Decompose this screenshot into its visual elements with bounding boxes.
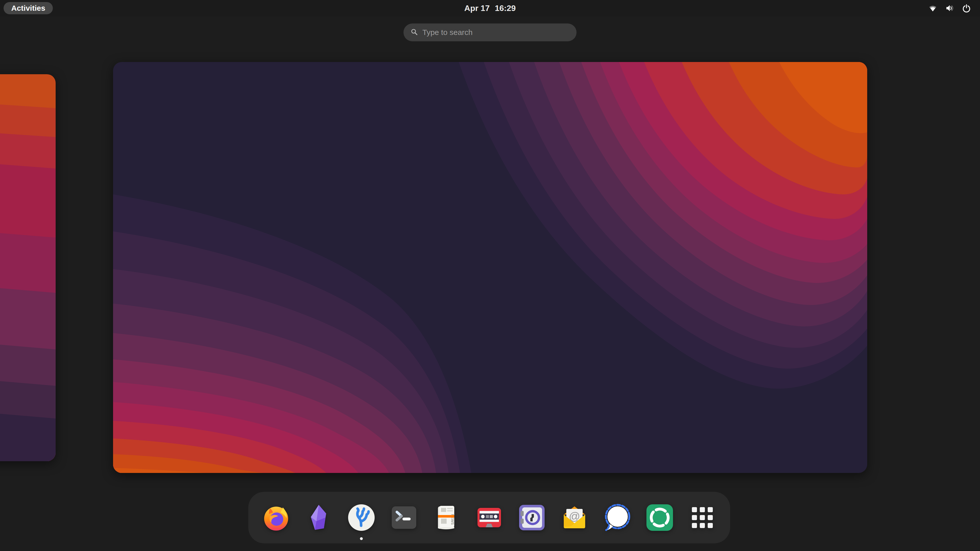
search-bar[interactable]: [404, 24, 576, 41]
app-icon-coral[interactable]: [347, 497, 376, 538]
app-icon-mail[interactable]: @: [560, 497, 589, 538]
search-input[interactable]: [422, 28, 574, 37]
dash-dock: NEWS @: [248, 492, 730, 543]
app-icon-terminal[interactable]: [389, 497, 419, 538]
activities-button[interactable]: Activities: [3, 2, 53, 14]
workspace-preview-left[interactable]: [0, 74, 56, 461]
app-icon-1password[interactable]: [517, 497, 547, 538]
running-indicator-dot: [360, 537, 363, 540]
wifi-icon: [928, 3, 938, 13]
clock-time: 16:29: [495, 3, 516, 13]
app-icon-podcasts[interactable]: [474, 497, 504, 538]
clock-menu[interactable]: Apr 17 16:29: [464, 0, 515, 16]
workspace-preview-main[interactable]: [113, 62, 867, 473]
app-grid-icon: [687, 503, 717, 532]
power-icon: [962, 3, 971, 13]
app-icon-signal[interactable]: [602, 497, 632, 538]
wallpaper: [113, 62, 867, 473]
top-bar: Activities Apr 17 16:29: [0, 0, 980, 16]
app-icon-news[interactable]: NEWS: [432, 497, 461, 538]
app-icon-obsidian[interactable]: [304, 497, 334, 538]
app-icon-firefox[interactable]: [261, 497, 291, 538]
app-icon-sync[interactable]: [645, 497, 675, 538]
search-icon: [410, 28, 418, 37]
volume-icon: [945, 3, 955, 13]
clock-date: Apr 17: [464, 3, 490, 13]
system-status-area[interactable]: [928, 0, 971, 16]
show-apps-button[interactable]: [687, 497, 717, 538]
